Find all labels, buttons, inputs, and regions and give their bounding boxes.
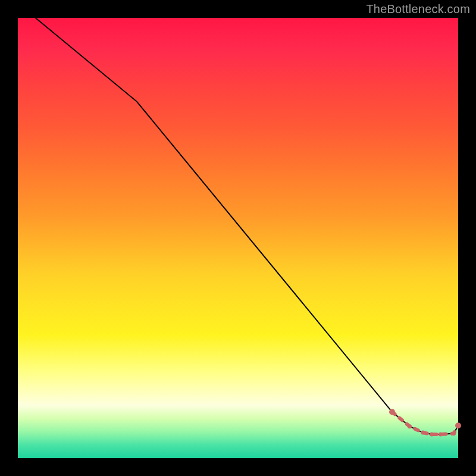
highlight-dot — [408, 424, 412, 428]
highlight-dot — [430, 433, 434, 437]
highlight-dot — [421, 431, 425, 435]
highlight-dash — [392, 412, 458, 434]
highlight-dot — [439, 433, 443, 437]
chart-stage: TheBottleneck.com — [0, 0, 476, 476]
chart-svg — [18, 18, 458, 458]
series-curve — [36, 18, 458, 434]
highlight-dot — [452, 431, 456, 436]
watermark-text: TheBottleneck.com — [366, 2, 470, 16]
chart-plot-area — [18, 18, 458, 458]
highlight-dot — [455, 422, 461, 428]
highlight-dot — [389, 409, 395, 415]
